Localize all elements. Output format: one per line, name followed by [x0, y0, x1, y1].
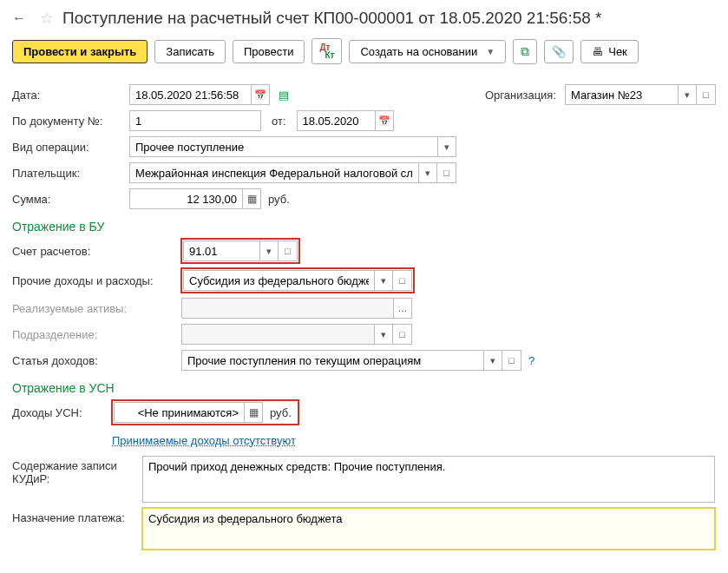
chevron-down-icon: ▼: [486, 47, 495, 56]
income-exp-input[interactable]: [183, 270, 374, 291]
income-item-input[interactable]: [181, 350, 483, 371]
income-exp-label: Прочие доходы и расходы:: [12, 274, 181, 287]
assets-more-icon[interactable]: …: [393, 298, 412, 319]
org-dropdown-icon[interactable]: ▾: [678, 84, 697, 105]
division-label: Подразделение:: [12, 328, 181, 341]
assets-input: [181, 298, 393, 319]
usn-income-input[interactable]: [114, 402, 244, 423]
org-label: Организация:: [485, 89, 556, 102]
paperclip-icon: 📎: [552, 45, 566, 58]
create-based-label: Создать на основании: [360, 45, 477, 58]
post-button[interactable]: Провести: [233, 40, 305, 63]
printer-icon: 🖶: [592, 45, 603, 58]
usn-note-link[interactable]: Принимаемые доходы отсутствуют: [112, 434, 296, 447]
org-open-icon[interactable]: □: [697, 84, 716, 105]
save-button[interactable]: Записать: [154, 40, 226, 63]
op-type-dropdown-icon[interactable]: ▾: [437, 136, 456, 157]
dtkt-button[interactable]: ДтКт: [312, 38, 342, 64]
account-dropdown-icon[interactable]: ▾: [259, 240, 279, 261]
kudir-label: Содержание записи КУДиР:: [12, 456, 142, 485]
receipt-button[interactable]: 🖶 Чек: [580, 40, 639, 63]
related-icon: ⧉: [521, 44, 529, 59]
docnum-input[interactable]: [129, 110, 261, 131]
calendar-icon[interactable]: 📅: [251, 84, 270, 105]
payer-label: Плательщик:: [12, 167, 129, 180]
usn-section-title: Отражение в УСН: [12, 381, 716, 395]
usn-income-label: Доходы УСН:: [12, 406, 112, 419]
bu-section-title: Отражение в БУ: [12, 220, 716, 234]
calculator-icon[interactable]: ▦: [242, 188, 261, 209]
dtkt-icon: ДтКт: [319, 43, 334, 59]
docnum-date-input[interactable]: [297, 110, 375, 131]
favorite-icon[interactable]: ☆: [40, 9, 54, 28]
docnum-label: По документу №:: [12, 115, 129, 128]
help-icon[interactable]: ?: [528, 354, 535, 367]
create-based-button[interactable]: Создать на основании ▼: [349, 40, 506, 63]
payer-dropdown-icon[interactable]: ▾: [418, 162, 437, 183]
usn-calc-icon[interactable]: ▦: [244, 402, 263, 423]
payer-open-icon[interactable]: □: [437, 162, 456, 183]
date-label: Дата:: [12, 89, 129, 102]
amount-input[interactable]: [129, 188, 242, 209]
account-open-icon[interactable]: □: [279, 240, 298, 261]
amount-label: Сумма:: [12, 193, 129, 206]
post-and-close-button[interactable]: Провести и закрыть: [12, 40, 148, 63]
division-open-icon[interactable]: □: [393, 324, 412, 345]
income-exp-open-icon[interactable]: □: [393, 270, 412, 291]
payer-input[interactable]: [129, 162, 418, 183]
division-input: [181, 324, 374, 345]
op-type-input[interactable]: [129, 136, 437, 157]
income-item-open-icon[interactable]: □: [502, 350, 521, 371]
kudir-textarea[interactable]: [142, 456, 715, 503]
division-dropdown-icon[interactable]: ▾: [374, 324, 393, 345]
docnum-calendar-icon[interactable]: 📅: [375, 110, 394, 131]
income-item-label: Статья доходов:: [12, 354, 181, 367]
page-title: Поступление на расчетный счет КП00-00000…: [62, 9, 601, 28]
purpose-label: Назначение платежа:: [12, 508, 142, 524]
account-label: Счет расчетов:: [12, 245, 181, 258]
receipt-label: Чек: [608, 45, 627, 58]
purpose-textarea[interactable]: [142, 508, 715, 550]
docnum-from-label: от:: [272, 115, 286, 128]
income-exp-dropdown-icon[interactable]: ▾: [374, 270, 393, 291]
assets-label: Реализуемые активы:: [12, 302, 181, 315]
back-button[interactable]: ←: [12, 10, 26, 26]
account-input[interactable]: [183, 240, 259, 261]
usn-currency: руб.: [270, 406, 292, 419]
attach-button[interactable]: 📎: [544, 40, 574, 63]
op-type-label: Вид операции:: [12, 141, 129, 154]
income-item-dropdown-icon[interactable]: ▾: [483, 350, 502, 371]
page-icon[interactable]: ▤: [279, 89, 289, 101]
related-button[interactable]: ⧉: [513, 39, 537, 64]
amount-currency: руб.: [268, 193, 290, 206]
org-input[interactable]: [565, 84, 678, 105]
date-input[interactable]: [129, 84, 251, 105]
